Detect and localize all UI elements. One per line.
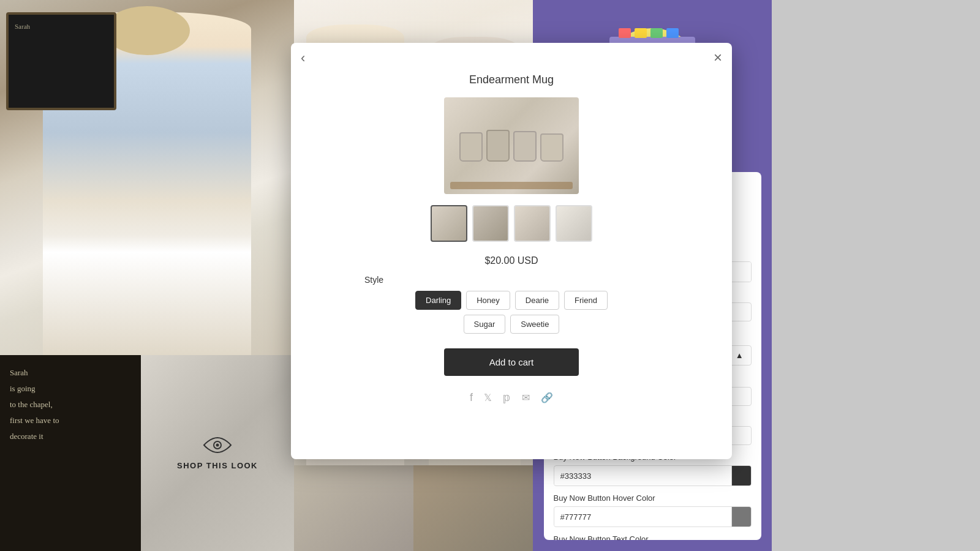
buy-now-text-color-label: Buy Now Button Text Color [554,534,752,540]
svg-rect-7 [666,28,679,38]
style-btn-friend[interactable]: Friend [564,291,608,310]
popup-thumb-3[interactable] [514,205,551,242]
style-btn-sugar[interactable]: Sugar [464,315,506,334]
photo-shop-this-look[interactable]: SHOP THIS LOOK [141,355,294,551]
popup-style-label: Style [364,275,383,285]
popup-product-title: Endearment Mug [469,73,554,86]
popup-close-button[interactable]: × [714,50,722,65]
svg-rect-5 [635,28,647,38]
buy-now-hover-color-label: Buy Now Button Hover Color [554,493,752,503]
app-container: Sarah Sarah is going to the chapel, firs… [0,0,980,551]
buy-now-bg-color-row [554,465,752,486]
bottom-thumb-1 [294,465,413,551]
buy-now-hover-color-input[interactable] [554,508,731,526]
popup-modal: ‹ × Endearment Mug [291,43,732,459]
buy-now-hover-swatch[interactable] [731,507,751,527]
popup-style-row2: Sugar Sweetie [464,315,560,334]
chalkboard-detail: Sarah is going to the chapel, first we h… [10,365,59,444]
twitter-icon[interactable]: 𝕏 [484,392,492,403]
popup-main-image [444,97,579,194]
popup-thumb-2[interactable] [472,205,509,242]
chalkboard-text: Sarah [15,21,30,32]
photo-chalkboard: Sarah is going to the chapel, first we h… [0,355,141,551]
buy-now-bg-color-input[interactable] [554,467,731,485]
popup-thumbnails [431,205,592,242]
style-btn-sweetie[interactable]: Sweetie [510,315,559,334]
bottom-thumbnails-strip [294,465,533,551]
svg-rect-6 [650,28,663,38]
popup-thumb-4[interactable] [556,205,592,242]
buy-now-bg-swatch[interactable] [731,466,751,485]
link-icon[interactable]: 🔗 [541,392,553,403]
popup-thumb-1[interactable] [431,205,467,242]
svg-rect-4 [619,28,631,38]
add-to-cart-button[interactable]: Add to cart [444,348,579,376]
buy-now-btn-toggle-icon: ▲ [736,351,744,360]
buy-now-hover-color-row [554,506,752,527]
facebook-icon[interactable]: f [470,391,473,404]
style-btn-honey[interactable]: Honey [466,291,510,310]
popup-style-row1: Darling Honey Dearie Friend [415,291,608,310]
svg-point-1 [216,443,219,446]
eye-icon [203,437,232,454]
popup-back-button[interactable]: ‹ [301,51,305,65]
shop-this-look-label: SHOP THIS LOOK [177,461,258,470]
popup-price: $20.00 USD [484,255,538,266]
email-icon[interactable]: ✉ [522,392,530,403]
popup-social-icons: f 𝕏 𝕡 ✉ 🔗 [470,391,553,404]
style-btn-dearie[interactable]: Dearie [515,291,559,310]
bottom-thumb-2 [413,465,533,551]
style-btn-darling[interactable]: Darling [415,291,461,310]
pinterest-icon[interactable]: 𝕡 [503,391,511,404]
photo-woman-apron: Sarah [0,0,294,355]
hotspot-color-swatch[interactable] [731,262,751,282]
